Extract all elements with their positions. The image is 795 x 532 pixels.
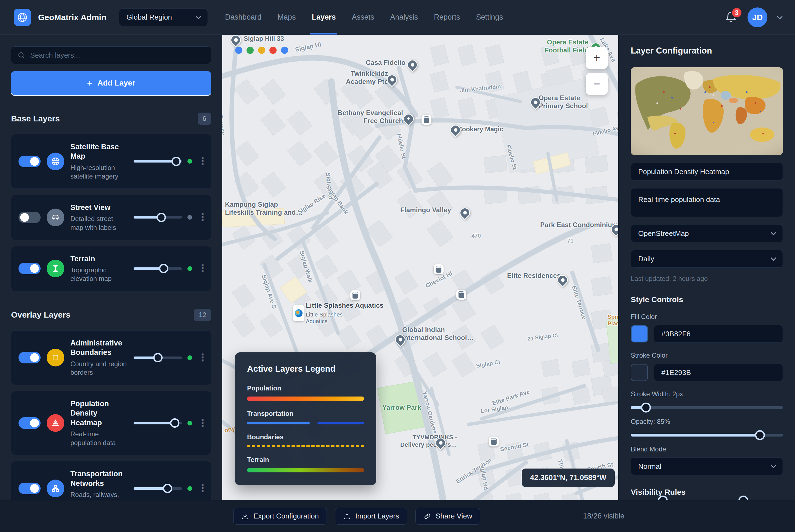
slider-knob[interactable]	[171, 157, 181, 166]
street-view-toggle[interactable]	[18, 212, 41, 223]
layer-description: Country and region borders	[70, 360, 128, 377]
population-heatmap-toggle[interactable]	[18, 417, 41, 429]
admin-boundaries-toggle[interactable]	[18, 352, 41, 363]
slider-knob[interactable]	[755, 430, 765, 440]
map-pin-icon	[611, 224, 618, 234]
chevron-down-icon	[771, 230, 776, 235]
map-label: Opera Estate Football Field	[544, 38, 589, 54]
slider-knob[interactable]	[159, 264, 168, 273]
satellite-toggle[interactable]	[18, 156, 41, 167]
fill-color-label: Fill Color	[631, 313, 783, 321]
marker-dot-icon	[246, 46, 254, 54]
map-label: Flamingo Valley	[400, 206, 451, 214]
transportation-toggle[interactable]	[18, 482, 41, 494]
layer-card-population-heatmap[interactable]: Population Density Heatmap Real-time pop…	[11, 391, 211, 455]
stroke-color-input[interactable]	[654, 364, 783, 381]
app-title: GeoMatrix Admin	[38, 13, 106, 22]
street-view-opacity-slider[interactable]	[134, 216, 182, 218]
export-configuration-button[interactable]: Export Configuration	[233, 508, 327, 525]
fill-color-swatch[interactable]	[631, 325, 648, 342]
stroke-color-swatch[interactable]	[631, 364, 648, 381]
update-frequency-select[interactable]: Daily	[631, 250, 783, 268]
data-source-value: OpenStreetMap	[638, 229, 689, 238]
user-menu-chevron-icon[interactable]	[777, 14, 782, 19]
visible-layers-count: 18/26 visible	[583, 512, 624, 520]
kebab-menu-icon[interactable]: ⋮	[198, 157, 204, 166]
terrain-opacity-slider[interactable]	[134, 267, 182, 270]
nav-item-analysis[interactable]: Analysis	[390, 0, 418, 35]
transportation-opacity-slider[interactable]	[134, 487, 182, 490]
admin-boundaries-opacity-slider[interactable]	[134, 357, 182, 359]
region-selector[interactable]: Global Region	[119, 8, 208, 26]
terrain-toggle[interactable]	[18, 263, 41, 274]
nav-item-assets[interactable]: Assets	[352, 0, 374, 35]
layer-title: Transportation Networks	[70, 469, 128, 488]
last-updated-text: Last updated: 2 hours ago	[631, 275, 783, 283]
layer-name-input[interactable]	[631, 163, 783, 180]
nav-item-settings[interactable]: Settings	[476, 0, 503, 35]
layer-card-terrain[interactable]: Terrain Topographic elevation map ⋮	[11, 246, 211, 291]
legend-title: Active Layers Legend	[247, 364, 364, 374]
marker-dot-icon	[281, 46, 288, 54]
layer-title: Terrain	[70, 254, 128, 264]
map-label: Yarrow Park	[382, 403, 421, 412]
layer-description-textarea[interactable]: Real-time population data	[631, 188, 783, 217]
elevation-icon	[47, 260, 64, 277]
blend-mode-label: Blend Mode	[631, 445, 783, 453]
layer-card-satellite[interactable]: Satellite Base Map High-resolution satel…	[11, 134, 211, 189]
bus-stop-icon	[434, 264, 444, 274]
slider-knob[interactable]	[153, 353, 163, 362]
population-heatmap-opacity-slider[interactable]	[134, 422, 182, 424]
map-canvas[interactable]: Siglap Hill 33Siglap HlCasa FidelioTwink…	[222, 35, 618, 500]
map-label: Spring Place - Jln	[608, 314, 618, 327]
kebab-menu-icon[interactable]: ⋮	[198, 484, 204, 493]
kebab-menu-icon[interactable]: ⋮	[198, 213, 204, 221]
status-dot	[187, 266, 192, 271]
legend-label-population: Population	[247, 384, 364, 392]
blend-mode-select[interactable]: Normal	[631, 457, 783, 475]
user-avatar[interactable]: JD	[747, 7, 768, 27]
fill-color-input[interactable]	[654, 325, 783, 343]
kebab-menu-icon[interactable]: ⋮	[198, 419, 204, 427]
layer-configuration-panel: Layer Configuration	[618, 35, 795, 532]
nav-item-dashboard[interactable]: Dashboard	[225, 0, 261, 35]
search-input[interactable]	[30, 51, 205, 60]
map-label: Elite Residences	[507, 271, 561, 280]
layer-title: Administrative Boundaries	[70, 338, 128, 357]
zoom-out-button[interactable]: −	[586, 73, 608, 95]
nav-item-reports[interactable]: Reports	[434, 0, 460, 35]
slider-knob[interactable]	[163, 484, 172, 493]
share-view-button[interactable]: Share View	[415, 508, 480, 525]
map-label: Kampung Siglap Lifeskills Training and…	[225, 200, 302, 216]
population-gradient-swatch	[247, 397, 364, 401]
opacity-slider[interactable]	[631, 434, 783, 437]
satellite-opacity-slider[interactable]	[134, 160, 182, 163]
nav-item-layers[interactable]: Layers	[312, 0, 336, 35]
opacity-label: Opacity: 85%	[631, 418, 783, 425]
base-layers-heading: Base Layers	[11, 114, 60, 124]
nav-item-maps[interactable]: Maps	[277, 0, 296, 35]
bottom-toolbar: Export Configuration Import Layers Share…	[0, 500, 795, 532]
zoom-in-button[interactable]: +	[586, 47, 608, 69]
marker-dot-icon	[270, 46, 277, 54]
notifications-bell-icon[interactable]: 3	[725, 11, 737, 23]
data-source-select[interactable]: OpenStreetMap	[631, 225, 783, 242]
layer-description: Topographic elevation map	[70, 266, 128, 283]
layer-title: Street View	[70, 203, 128, 212]
map-label: TYVMDRINKS - Delivery people's…	[400, 434, 457, 449]
slider-knob[interactable]	[156, 213, 166, 222]
slider-knob[interactable]	[170, 418, 180, 428]
kebab-menu-icon[interactable]: ⋮	[198, 354, 204, 362]
map-pin-icon	[435, 438, 446, 448]
stroke-width-label: Stroke Width: 2px	[631, 390, 783, 398]
add-layer-button[interactable]: + Add Layer	[11, 71, 211, 95]
import-layers-button[interactable]: Import Layers	[335, 508, 407, 525]
kebab-menu-icon[interactable]: ⋮	[198, 265, 204, 273]
layer-card-street-view[interactable]: Street View Detailed street map with lab…	[11, 195, 211, 240]
square-outline-icon	[47, 349, 64, 366]
layer-card-admin-boundaries[interactable]: Administrative Boundaries Country and re…	[11, 330, 211, 385]
status-dot	[187, 486, 192, 491]
layer-search[interactable]	[11, 46, 211, 64]
slider-knob[interactable]	[641, 403, 651, 413]
stroke-width-slider[interactable]	[631, 406, 783, 409]
